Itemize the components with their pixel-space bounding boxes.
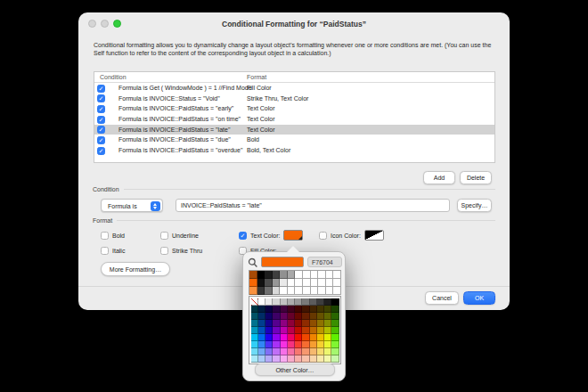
magnifier-icon[interactable] <box>248 257 258 268</box>
shade-cell[interactable] <box>326 287 334 295</box>
palette-cell[interactable] <box>281 341 288 348</box>
palette-cell[interactable] <box>281 327 288 334</box>
format-checkbox[interactable] <box>101 247 109 255</box>
shade-cell[interactable] <box>288 271 296 279</box>
gray-cell[interactable] <box>258 298 265 306</box>
ok-button[interactable]: OK <box>463 291 495 305</box>
palette-cell[interactable] <box>317 306 324 313</box>
gray-cell[interactable] <box>324 298 331 306</box>
palette-cell[interactable] <box>265 327 273 334</box>
format-checkbox[interactable] <box>160 232 168 240</box>
hex-color-input[interactable]: F76704 <box>307 257 342 267</box>
shade-cell[interactable] <box>333 271 341 279</box>
shade-cell[interactable] <box>318 279 326 287</box>
palette-cell[interactable] <box>265 306 273 313</box>
palette-cell[interactable] <box>324 306 331 313</box>
palette-cell[interactable] <box>324 348 331 355</box>
palette-cell[interactable] <box>331 341 339 348</box>
table-row[interactable]: ✓Formula is INVOICE::PaidStatus = "on ti… <box>94 114 494 125</box>
palette-cell[interactable] <box>265 313 273 320</box>
palette-cell[interactable] <box>281 355 288 363</box>
shade-cell[interactable] <box>318 287 326 295</box>
palette-cell[interactable] <box>302 348 309 355</box>
palette-cell[interactable] <box>273 327 280 334</box>
palette-cell[interactable] <box>324 334 331 341</box>
shade-cell[interactable] <box>288 287 296 295</box>
palette-cell[interactable] <box>265 341 273 348</box>
shade-cell[interactable] <box>303 279 311 287</box>
palette-cell[interactable] <box>258 320 265 327</box>
palette-cell[interactable] <box>288 320 295 327</box>
palette-cell[interactable] <box>331 313 339 320</box>
shade-cell[interactable] <box>273 287 281 295</box>
palette-cell[interactable] <box>324 355 331 363</box>
palette-cell[interactable] <box>281 313 288 320</box>
shade-cell[interactable] <box>265 271 273 279</box>
shade-cell[interactable] <box>318 271 326 279</box>
palette-cell[interactable] <box>258 327 265 334</box>
palette-cell[interactable] <box>251 327 258 334</box>
palette-cell[interactable] <box>331 306 339 313</box>
row-checkbox[interactable]: ✓ <box>97 94 105 102</box>
palette-cell[interactable] <box>273 348 280 355</box>
palette-cell[interactable] <box>265 320 273 327</box>
gray-cell[interactable] <box>273 298 280 306</box>
palette-cell[interactable] <box>273 313 280 320</box>
palette-cell[interactable] <box>302 334 309 341</box>
palette-cell[interactable] <box>288 348 295 355</box>
palette-cell[interactable] <box>258 348 265 355</box>
gray-cell[interactable] <box>295 298 302 306</box>
palette-cell[interactable] <box>265 348 273 355</box>
row-checkbox[interactable]: ✓ <box>97 105 105 113</box>
palette-cell[interactable] <box>317 348 324 355</box>
shade-cell[interactable] <box>273 271 281 279</box>
palette-cell[interactable] <box>331 327 339 334</box>
palette-cell[interactable] <box>265 355 273 363</box>
palette-cell[interactable] <box>295 313 302 320</box>
more-formatting-button[interactable]: More Formatting… <box>101 262 170 276</box>
other-color-button[interactable]: Other Color… <box>255 363 335 376</box>
format-checkbox[interactable]: ✓ <box>239 232 247 240</box>
shade-cell[interactable] <box>257 279 265 287</box>
palette-cell[interactable] <box>251 348 258 355</box>
palette-cell[interactable] <box>324 341 331 348</box>
delete-button[interactable]: Delete <box>460 171 492 184</box>
gray-cell[interactable] <box>288 298 295 306</box>
shade-cell[interactable] <box>326 279 334 287</box>
palette-cell[interactable] <box>302 306 309 313</box>
row-checkbox[interactable]: ✓ <box>97 126 105 134</box>
gray-cell[interactable] <box>331 298 339 306</box>
shade-cell[interactable] <box>273 279 281 287</box>
palette-cell[interactable] <box>331 320 339 327</box>
palette-cell[interactable] <box>258 334 265 341</box>
palette-cell[interactable] <box>288 334 295 341</box>
formula-field[interactable]: INVOICE::PaidStatus = "late" <box>176 199 450 212</box>
shade-cell[interactable] <box>303 287 311 295</box>
palette-cell[interactable] <box>310 327 317 334</box>
text-color-swatch[interactable] <box>283 230 303 241</box>
cancel-button[interactable]: Cancel <box>425 291 459 305</box>
table-row[interactable]: ✓Formula is Get ( WindowMode ) = 1 //Fin… <box>94 83 494 94</box>
row-checkbox[interactable]: ✓ <box>97 136 105 144</box>
palette-cell[interactable] <box>251 334 258 341</box>
palette-cell[interactable] <box>273 334 280 341</box>
icon-color-swatch[interactable] <box>364 230 384 241</box>
palette-cell[interactable] <box>258 355 265 363</box>
palette-cell[interactable] <box>258 306 265 313</box>
palette-cell[interactable] <box>295 327 302 334</box>
table-row[interactable]: ✓Formula is INVOICE::PaidStatus = "due"B… <box>94 135 494 145</box>
gray-cell[interactable] <box>281 298 288 306</box>
palette-cell[interactable] <box>258 313 265 320</box>
palette-cell[interactable] <box>317 313 324 320</box>
shade-cell[interactable] <box>280 271 288 279</box>
palette-cell[interactable] <box>331 334 339 341</box>
palette-cell[interactable] <box>310 320 317 327</box>
palette-cell[interactable] <box>324 313 331 320</box>
no-color-cell[interactable] <box>251 298 258 306</box>
palette-cell[interactable] <box>251 341 258 348</box>
palette-cell[interactable] <box>324 320 331 327</box>
palette-cell[interactable] <box>302 355 309 363</box>
palette-cell[interactable] <box>281 306 288 313</box>
palette-cell[interactable] <box>302 327 309 334</box>
palette-cell[interactable] <box>310 313 317 320</box>
